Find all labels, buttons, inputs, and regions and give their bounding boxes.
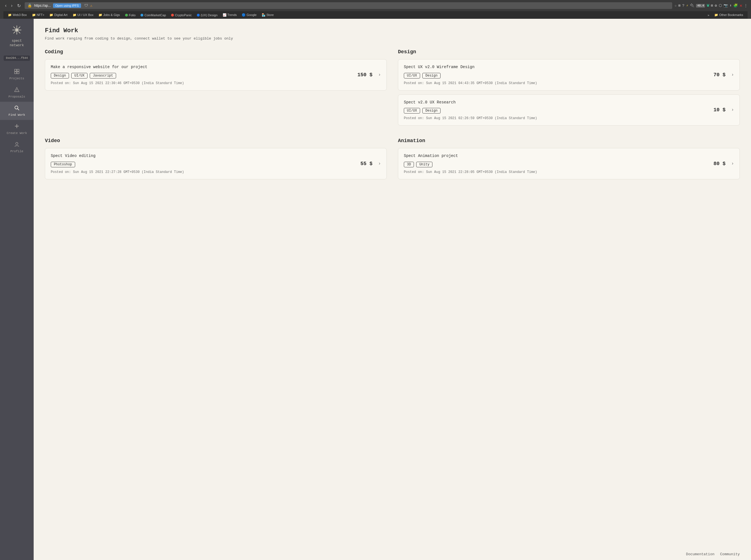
svg-point-15 bbox=[15, 106, 18, 109]
footer-community[interactable]: Community bbox=[720, 552, 740, 556]
app-layout: spectnetwork 0xe204...f544 Projects bbox=[0, 19, 751, 560]
svg-point-14 bbox=[17, 91, 17, 92]
page-title: Find Work bbox=[45, 27, 740, 34]
sidebar-item-findwork[interactable]: Find Work bbox=[0, 102, 34, 120]
bookmark-jobs[interactable]: 📁 Jobs & Gigs bbox=[96, 12, 122, 18]
tag-uiux: UI/UX bbox=[71, 73, 88, 79]
job-card-content: Spect v2.0 UX Research UI/UX Design Post… bbox=[404, 100, 710, 121]
tag-design: Design bbox=[422, 108, 441, 114]
bookmark-digitalart[interactable]: 📁 Digital Art bbox=[47, 12, 70, 18]
bookmark-cmc[interactable]: CoinMarketCap bbox=[138, 13, 168, 18]
tag-javascript: Javascript bbox=[90, 73, 116, 79]
category-animation: Animation Spect Animation project 3D Uni… bbox=[398, 138, 740, 183]
logo-icon bbox=[11, 24, 22, 38]
wallet-address[interactable]: 0xe204...f544 bbox=[4, 56, 30, 61]
job-date: Posted on: Sun Aug 15 2021 22:28:05 GMT+… bbox=[404, 170, 710, 174]
bookmark-trends[interactable]: 📈 Trends bbox=[220, 12, 239, 18]
more-bookmarks-btn[interactable]: » bbox=[705, 13, 711, 18]
sidebar-item-proposals[interactable]: Proposals bbox=[0, 83, 34, 102]
sidebar-item-profile[interactable]: Profile bbox=[0, 138, 34, 156]
browser-chrome: ‹ › ↻ 🔒 https://ap... Open using IPFS 🛡 … bbox=[0, 0, 751, 19]
wallet-icon: W bbox=[707, 3, 709, 8]
menu-icon[interactable]: ⋮ bbox=[744, 3, 748, 8]
category-title-animation: Animation bbox=[398, 138, 740, 143]
job-card-animation-1[interactable]: Spect Animation project 3D Unity Posted … bbox=[398, 148, 740, 179]
browser-extension-icons: ☆ ⊞ ? ⚡ 🔌 40.4 W ⊞ ⚙ ⬡ 📷 ⬇ 🧩 ✕ ⋮ bbox=[674, 3, 748, 8]
svg-rect-9 bbox=[15, 69, 17, 71]
job-card-video-1[interactable]: Spect Video editing Photoshop Posted on:… bbox=[45, 148, 387, 179]
tab-icon[interactable]: ⊞ bbox=[678, 3, 680, 8]
back-button[interactable]: ‹ bbox=[3, 2, 8, 9]
sidebar-item-projects[interactable]: Projects bbox=[0, 65, 34, 83]
bookmark-nft[interactable]: 📁 NFT+ bbox=[30, 12, 47, 18]
bookmarks-bar: 📁 Web3 Box 📁 NFT+ 📁 Digital Art 📁 UI / U… bbox=[3, 11, 748, 19]
bookmark-uiux[interactable]: 📁 UI / UX Box bbox=[71, 12, 96, 18]
svg-rect-12 bbox=[17, 72, 19, 74]
chevron-right-icon: › bbox=[731, 107, 734, 113]
svg-point-19 bbox=[16, 142, 18, 145]
job-tags: Photoshop bbox=[51, 162, 357, 167]
url-text: https://ap... bbox=[34, 4, 51, 7]
category-title-video: Video bbox=[45, 138, 387, 143]
settings-icon[interactable]: ⚙ bbox=[715, 3, 717, 8]
bookmark-google[interactable]: 🔵 Google bbox=[239, 12, 259, 18]
svg-rect-11 bbox=[15, 72, 17, 74]
grid-icon[interactable]: ⊞ bbox=[711, 3, 713, 8]
job-card-design-1[interactable]: Spect UX v2.0 Wireframe Design UI/UX Des… bbox=[398, 59, 740, 91]
bookmark-cryptopanic[interactable]: CryptoPanic bbox=[169, 13, 194, 18]
address-bar[interactable]: 🔒 https://ap... Open using IPFS 🛡 ⚠ bbox=[25, 2, 673, 9]
job-tags: Design UI/UX Javascript bbox=[51, 73, 354, 79]
svg-line-7 bbox=[18, 27, 20, 28]
job-title: Spect Video editing bbox=[51, 153, 357, 159]
forward-button[interactable]: › bbox=[9, 2, 14, 9]
star-icon[interactable]: ☆ bbox=[674, 3, 677, 8]
bookmark-other[interactable]: 📁 Other Bookmarks bbox=[712, 12, 745, 18]
sidebar: spectnetwork 0xe204...f544 Projects bbox=[0, 19, 34, 560]
close-x-icon: ✕ bbox=[739, 3, 742, 8]
proposals-label: Proposals bbox=[8, 95, 25, 98]
job-card-design-2[interactable]: Spect v2.0 UX Research UI/UX Design Post… bbox=[398, 95, 740, 126]
job-card-content: Spect UX v2.0 Wireframe Design UI/UX Des… bbox=[404, 64, 710, 85]
main-area: Find Work Find work ranging from coding … bbox=[34, 19, 751, 560]
job-price: 70 $ bbox=[713, 72, 726, 78]
categories-grid: Coding Make a responsive website for our… bbox=[45, 49, 740, 183]
tag-photoshop: Photoshop bbox=[51, 162, 75, 167]
logo-area: spectnetwork bbox=[10, 24, 24, 48]
job-date: Posted on: Sun Aug 15 2021 22:27:28 GMT+… bbox=[51, 170, 357, 174]
ipfs-badge[interactable]: Open using IPFS bbox=[53, 3, 81, 8]
sidebar-item-creatework[interactable]: Create Work bbox=[0, 120, 34, 138]
browser-toolbar: ‹ › ↻ 🔒 https://ap... Open using IPFS 🛡 … bbox=[3, 2, 748, 9]
tag-3d: 3D bbox=[404, 162, 414, 167]
proposals-icon bbox=[14, 87, 20, 94]
job-date: Posted on: Sun Aug 15 2021 02:26:59 GMT+… bbox=[404, 116, 710, 120]
job-card-coding-1[interactable]: Make a responsive website for our projec… bbox=[45, 59, 387, 91]
puzzle-icon: 🧩 bbox=[733, 3, 738, 8]
svg-rect-10 bbox=[17, 69, 19, 71]
footer-documentation[interactable]: Documentation bbox=[686, 552, 714, 556]
tag-uiux: UI/UX bbox=[404, 108, 420, 114]
bookmark-web3box[interactable]: 📁 Web3 Box bbox=[6, 12, 29, 18]
bookmark-store[interactable]: 🏪 Store bbox=[259, 12, 276, 18]
chevron-right-icon: › bbox=[378, 161, 381, 166]
job-card-content: Make a responsive website for our projec… bbox=[51, 64, 354, 85]
job-tags: UI/UX Design bbox=[404, 73, 710, 79]
category-title-design: Design bbox=[398, 49, 740, 55]
nav-buttons: ‹ › ↻ bbox=[3, 2, 22, 9]
job-title: Spect Animation project bbox=[404, 153, 710, 159]
bookmark-folio[interactable]: Folio bbox=[123, 13, 138, 18]
category-title-coding: Coding bbox=[45, 49, 387, 55]
bookmark-uxdesign[interactable]: (UX) Design bbox=[195, 13, 220, 18]
chevron-right-icon: › bbox=[731, 72, 734, 77]
shield-icon: 🛡 bbox=[84, 4, 88, 8]
category-coding: Coding Make a responsive website for our… bbox=[45, 49, 387, 129]
creatework-label: Create Work bbox=[7, 132, 27, 135]
job-date: Posted on: Sun Aug 15 2021 04:43:35 GMT+… bbox=[404, 81, 710, 85]
projects-icon bbox=[14, 69, 20, 76]
cube-icon: ⬡ bbox=[719, 3, 722, 8]
projects-label: Projects bbox=[9, 77, 24, 80]
ext-badge: 40.4 bbox=[696, 4, 705, 7]
svg-line-16 bbox=[18, 109, 19, 111]
reload-button[interactable]: ↻ bbox=[15, 2, 22, 9]
page-header: Find Work Find work ranging from coding … bbox=[45, 27, 740, 41]
creatework-icon bbox=[14, 123, 20, 130]
